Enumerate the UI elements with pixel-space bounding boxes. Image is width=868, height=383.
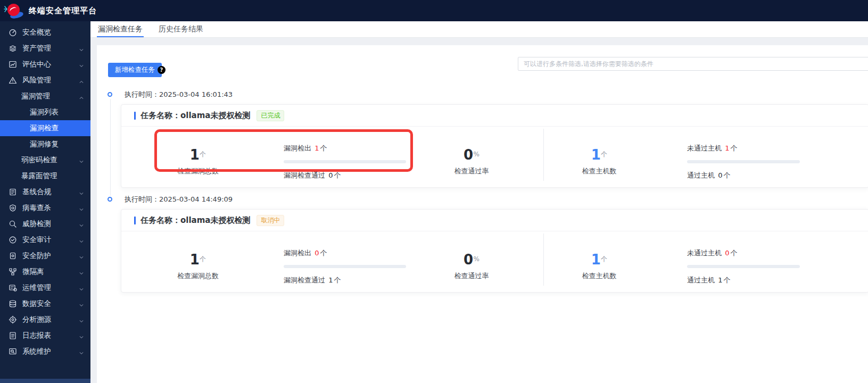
main-area: 漏洞检查任务 历史任务结果 新增检查任务 ? 执行时间：2025-03-04 1… (90, 21, 868, 383)
timeline-dot (108, 197, 112, 202)
host-progress-stat-top-label: 未通过主机 1个 (687, 144, 800, 153)
sidebar-item-label: 系统维护 (22, 347, 51, 356)
pass-rate-label: 检查通过率 (429, 271, 514, 281)
chevron-down-icon (79, 253, 84, 259)
sidebar-item-risk-management[interactable]: 风险管理 (0, 72, 90, 88)
tab-vuln-check-task[interactable]: 漏洞检查任务 (97, 21, 144, 37)
sidebar-item-security-audit[interactable]: 安全审计 (0, 232, 90, 248)
host-progress-stat-top-value: 0 (725, 249, 729, 257)
tab-history-task-result[interactable]: 历史任务结果 (158, 21, 204, 37)
sidebar-item-threat-detection[interactable]: 威胁检测 (0, 216, 90, 232)
sidebar-item-label: 漏洞检查 (30, 123, 59, 133)
task-name: 任务名称：ollama未授权检测 (140, 215, 250, 226)
sidebar-item-weak-password-check[interactable]: 弱密码检查 (0, 152, 90, 168)
exec-time: 执行时间：2025-03-04 14:49:09 (125, 195, 233, 204)
chevron-down-icon (79, 157, 84, 163)
search-icon (9, 220, 17, 228)
task-name: 任务名称：ollama未授权检测 (140, 111, 250, 121)
chevron-down-icon (79, 269, 84, 274)
sidebar-item-label: 安全审计 (22, 235, 51, 245)
sidebar-item-label: 运维管理 (22, 283, 51, 293)
sidebar-item-label: 基线合规 (22, 187, 51, 197)
chevron-down-icon (79, 205, 84, 211)
total-vuln-stat: 1个 检查漏洞总数 (155, 252, 241, 281)
task-card-body: 1个 检查漏洞总数 漏洞检出 0个 漏洞检查通过 1个 0% 检查通过率 1个 … (121, 231, 868, 292)
host-progress-stat: 未通过主机 1个 通过主机 0个 (687, 144, 800, 180)
timeline-line (110, 99, 111, 196)
vuln-progress-stat-top-value: 0 (315, 249, 319, 257)
app-title: 终端安全管理平台 (29, 6, 97, 16)
pass-rate-label: 检查通过率 (429, 166, 514, 176)
sidebar-item-vuln-management[interactable]: 漏洞管理 (0, 88, 90, 104)
host-count-value: 1个 (557, 252, 642, 268)
vuln-progress-stat: 漏洞检出 0个 漏洞检查通过 1个 (284, 248, 406, 285)
sidebar-item-exposure-management[interactable]: 暴露面管理 (0, 168, 90, 184)
sidebar-item-label: 漏洞修复 (30, 139, 59, 149)
vuln-progress-stat-bottom-value: 1 (328, 276, 333, 284)
task-card-header: 任务名称：ollama未授权检测 已完成 (121, 105, 868, 127)
vuln-progress-stat-bottom-value: 0 (328, 171, 333, 179)
vuln-progress-stat-bottom-label: 漏洞检查通过 0个 (284, 171, 406, 180)
sidebar-item-label: 病毒查杀 (22, 203, 51, 213)
sidebar-item-asset-management[interactable]: 资产管理 (0, 40, 90, 56)
sidebar-item-label: 评估中心 (22, 60, 51, 69)
sidebar-item-security-overview[interactable]: 安全概览 (0, 24, 90, 40)
sidebar-item-label: 资产管理 (22, 44, 51, 53)
chevron-down-icon (79, 349, 84, 354)
filter-input[interactable] (518, 57, 868, 71)
chevron-down-icon (79, 285, 84, 290)
chevron-down-icon (79, 333, 84, 338)
sidebar-item-ops-management[interactable]: 运维管理 (0, 280, 90, 296)
sidebar-item-security-protection[interactable]: 安全防护 (0, 248, 90, 264)
sidebar-item-analysis-trace[interactable]: 分析溯源 (0, 312, 90, 328)
host-progress-stat-bottom-label: 通过主机 1个 (687, 276, 800, 285)
host-progress-stat-progress-bar (687, 160, 800, 163)
sidebar-item-vuln-fix[interactable]: 漏洞修复 (0, 136, 90, 152)
task-card: 任务名称：ollama未授权检测 取消中 1个 检查漏洞总数 漏洞检出 0个 漏… (121, 209, 868, 293)
chevron-down-icon (79, 46, 84, 51)
sidebar-item-system-maintenance[interactable]: 系统维护 (0, 344, 90, 360)
sidebar-item-micro-segmentation[interactable]: 微隔离 (0, 264, 90, 280)
exec-time: 执行时间：2025-03-04 16:01:43 (125, 90, 233, 99)
sidebar-item-log-report[interactable]: 日志报表 (0, 328, 90, 344)
log-icon (9, 331, 17, 340)
total-vuln-label: 检查漏洞总数 (155, 166, 241, 176)
help-icon[interactable]: ? (158, 66, 166, 74)
pass-rate-stat: 0% 检查通过率 (429, 252, 514, 281)
add-check-task-button[interactable]: 新增检查任务 (108, 63, 162, 77)
sidebar-item-data-security[interactable]: 数据安全 (0, 296, 90, 312)
ops-icon (9, 284, 17, 292)
timeline-dot (108, 92, 112, 97)
sidebar-item-label: 威胁检测 (22, 219, 51, 229)
host-progress-stat-bottom-label: 通过主机 0个 (687, 171, 800, 180)
vuln-progress-stat-progress-bar (284, 265, 406, 268)
task-card-header: 任务名称：ollama未授权检测 取消中 (121, 210, 868, 231)
warning-icon (9, 76, 17, 85)
sidebar-item-label: 分析溯源 (22, 315, 51, 324)
total-vuln-label: 检查漏洞总数 (155, 271, 241, 281)
chevron-down-icon (79, 301, 84, 306)
pass-rate-stat: 0% 检查通过率 (429, 147, 514, 176)
brand-logo (3, 3, 24, 19)
sidebar-item-vuln-list[interactable]: 漏洞列表 (0, 104, 90, 120)
sidebar-item-virus-scan[interactable]: 病毒查杀 (0, 200, 90, 216)
task-card: 任务名称：ollama未授权检测 已完成 1个 检查漏洞总数 漏洞检出 1个 漏… (121, 104, 868, 188)
vertical-divider (543, 129, 544, 181)
gauge-icon (9, 28, 17, 37)
host-progress-stat-bottom-value: 0 (718, 171, 722, 179)
target-icon (9, 315, 17, 324)
sidebar: 安全概览资产管理评估中心风险管理漏洞管理漏洞列表漏洞检查漏洞修复弱密码检查暴露面… (0, 21, 90, 383)
vuln-progress-stat-progress-bar (284, 160, 406, 163)
sidebar-item-label: 弱密码检查 (21, 155, 57, 165)
system-icon (9, 347, 17, 356)
pass-rate-value: 0% (429, 147, 514, 163)
host-progress-stat-bottom-value: 1 (718, 276, 722, 284)
sidebar-item-baseline-compliance[interactable]: 基线合规 (0, 184, 90, 200)
sidebar-item-vuln-check[interactable]: 漏洞检查 (0, 120, 90, 136)
sidebar-item-assessment-center[interactable]: 评估中心 (0, 56, 90, 72)
pass-rate-value: 0% (429, 252, 514, 268)
status-badge: 取消中 (257, 215, 284, 226)
host-progress-stat-top-label: 未通过主机 0个 (687, 248, 800, 258)
host-count-stat: 1个 检查主机数 (557, 147, 642, 176)
sidebar-item-label: 日志报表 (22, 331, 51, 340)
